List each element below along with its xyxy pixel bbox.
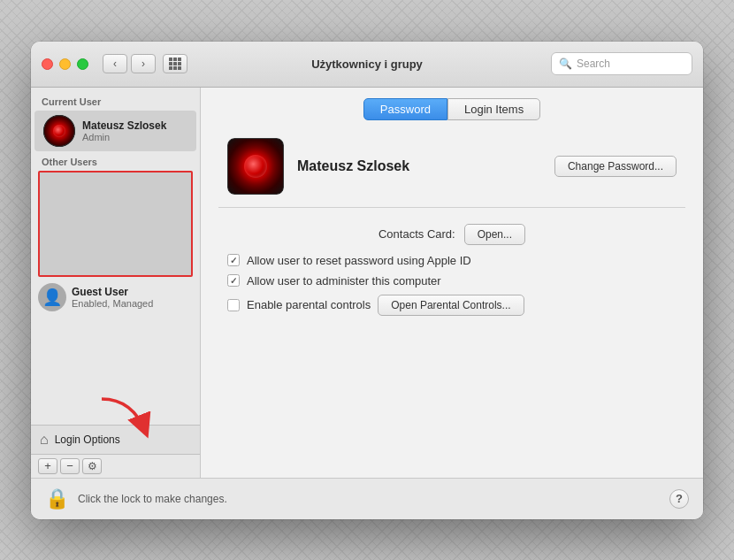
login-options-item[interactable]: ⌂ Login Options [31,426,200,454]
guest-icon: 👤 [42,288,62,307]
content-area: Current User Mateusz Szlosek Admin Other… [31,88,703,478]
grid-icon [169,58,181,70]
search-placeholder: Search [577,58,610,70]
other-users-label: Other Users [31,151,200,169]
sidebar-bottom: ⌂ Login Options + − ⚙ [31,425,200,478]
user-name: Mateusz Szlosek [82,119,166,132]
user-info: Mateusz Szlosek Admin [82,119,166,142]
plus-icon: + [44,459,51,472]
close-button[interactable] [42,58,53,70]
main-spacer [201,319,703,478]
parental-row: Enable parental controls Open Parental C… [201,291,703,319]
nav-buttons: ‹ › [103,54,156,73]
change-password-button[interactable]: Change Password... [554,156,677,177]
maximize-button[interactable] [77,58,88,70]
contacts-card-label: Contacts Card: [378,227,455,241]
lock-text: Click the lock to make changes. [78,493,661,505]
hal-eye [53,125,65,137]
checkbox-1[interactable]: ✓ [227,254,240,266]
help-icon: ? [676,492,683,505]
other-users-section [31,169,200,281]
profile-section: Mateusz Szlosek Change Password... [201,129,703,203]
checkbox-row-1: ✓ Allow user to reset password using App… [201,250,703,271]
search-icon: 🔍 [559,58,572,70]
checkmark-2: ✓ [230,276,237,286]
forward-icon: › [141,58,145,70]
window-title: Użytkownicy i grupy [311,58,423,71]
bottom-bar: 🔒 Click the lock to make changes. ? [31,478,703,519]
back-icon: ‹ [113,58,117,70]
lock-icon[interactable]: 🔒 [45,487,69,510]
checkbox-row-2: ✓ Allow user to administer this computer [201,271,703,291]
main-window: ‹ › Użytkownicy i grupy 🔍 Search Current… [31,42,703,519]
traffic-lights [42,58,88,70]
guest-user-item[interactable]: 👤 Guest User Enabled, Managed [31,280,200,312]
checkbox-2[interactable]: ✓ [227,274,240,287]
minus-icon: − [66,459,73,472]
avatar [43,115,75,147]
guest-user-info: Guest User Enabled, Managed [72,286,153,309]
search-box[interactable]: 🔍 Search [551,52,692,75]
checkbox-2-label: Allow user to administer this computer [247,274,441,288]
minimize-button[interactable] [59,58,71,70]
checkbox-3-label: Enable parental controls [247,298,371,311]
guest-user-status: Enabled, Managed [72,298,153,309]
hal-large-avatar [227,138,284,195]
user-role: Admin [82,132,166,142]
login-options-label: Login Options [55,433,120,446]
guest-user-name: Guest User [72,286,153,298]
sidebar-spacer [31,312,200,425]
grid-button[interactable] [163,54,187,73]
forward-button[interactable]: › [131,54,156,73]
profile-name: Mateusz Szlosek [297,158,541,174]
main-panel: Password Login Items Mateusz Szlosek Cha… [201,88,703,478]
tab-bar: Password Login Items [201,88,703,129]
remove-user-button[interactable]: − [60,458,80,474]
profile-avatar [227,138,284,195]
gear-icon: ⚙ [88,460,97,472]
checkbox-3[interactable] [227,299,240,311]
titlebar: ‹ › Użytkownicy i grupy 🔍 Search [31,42,703,88]
gear-button[interactable]: ⚙ [82,458,102,474]
open-parental-controls-button[interactable]: Open Parental Controls... [378,295,524,316]
checkmark-1: ✓ [230,256,237,265]
current-user-label: Current User [31,88,200,111]
tab-password[interactable]: Password [363,98,447,120]
tab-login-items[interactable]: Login Items [447,98,540,120]
red-selection-box [38,171,193,277]
open-contacts-button[interactable]: Open... [464,224,525,245]
back-button[interactable]: ‹ [103,54,127,73]
home-icon: ⌂ [40,432,49,448]
checkbox-1-label: Allow user to reset password using Apple… [247,254,471,267]
hal-avatar [43,115,75,147]
guest-avatar: 👤 [38,283,66,311]
sidebar: Current User Mateusz Szlosek Admin Other… [31,88,201,478]
contacts-row: Contacts Card: Open... [201,219,703,250]
add-user-button[interactable]: + [38,458,57,474]
sidebar-toolbar: + − ⚙ [31,454,200,478]
divider [218,207,685,208]
hal-eye-large [244,155,267,178]
current-user-item[interactable]: Mateusz Szlosek Admin [34,111,196,151]
help-button[interactable]: ? [669,489,689,509]
